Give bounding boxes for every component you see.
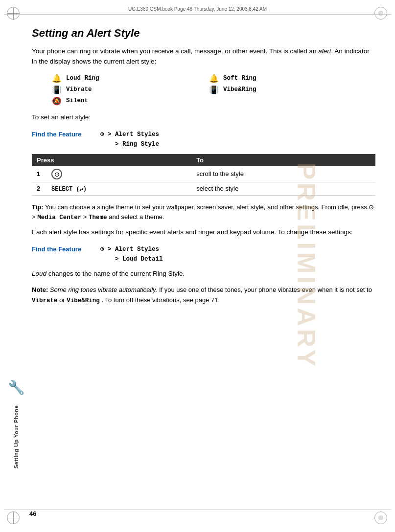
tip-bold-label: Tip: — [32, 203, 44, 211]
note-bold-label: Note: — [32, 286, 48, 293]
tip-text4: and select a theme. — [109, 213, 164, 221]
icon-soft-ring: 🔔 Soft Ring — [209, 74, 356, 83]
each-alert-text: Each alert style has settings for specif… — [32, 228, 353, 236]
loud-ring-label: Loud Ring — [66, 75, 99, 82]
bottom-divider — [4, 510, 391, 510]
note-mono2: Vibe&Ring — [67, 297, 100, 304]
page-number: 46 — [29, 510, 36, 517]
tip-mono1: Media Center — [37, 214, 81, 221]
step-2-key: SELECT (↵) — [46, 182, 191, 195]
note-mono1: Vibrate — [32, 297, 58, 304]
tip-body: You can choose a single theme to set you… — [45, 203, 369, 211]
intro-paragraph: Your phone can ring or vibrate when you … — [32, 46, 375, 67]
to-header: To — [191, 154, 375, 166]
tip-mono2: Theme — [89, 214, 107, 221]
tip-box: Tip: You can choose a single theme to se… — [32, 202, 375, 223]
step-row-2: 2 SELECT (↵) select the style — [32, 182, 375, 195]
step-1-action: scroll to the style — [191, 166, 375, 182]
feature-label-1: Find the Feature — [32, 130, 100, 138]
step-1-num: 1 — [32, 166, 46, 182]
silent-label: Silent — [66, 97, 88, 104]
select-key-label: SELECT (↵) — [51, 186, 87, 193]
feature-row-1: Find the Feature ⊙ > Alert Styles > Ring… — [32, 130, 375, 149]
step-row-1: 1 ⊙ scroll to the style — [32, 166, 375, 182]
note-text: Note: Some ring tones vibrate automatica… — [32, 286, 372, 304]
intro-text: Your phone can ring or vibrate when you … — [32, 47, 370, 65]
find-feature-2: Find the Feature ⊙ > Alert Styles > Loud… — [32, 244, 375, 264]
wrench-icon: 🔧 — [8, 379, 25, 396]
icon-vibe-ring: 📳 Vibe&Ring — [209, 85, 356, 94]
vibe-ring-icon: 📳 — [209, 85, 219, 94]
sidebar-label: Setting Up Your Phone — [13, 405, 19, 468]
corner-decoration-br — [374, 511, 388, 525]
header-text: UG.E380.GSM.book Page 46 Thursday, June … — [128, 6, 267, 12]
note-body: If you use one of these tones, your phon… — [159, 286, 372, 293]
press-header: Press — [32, 154, 191, 166]
tip-menu-symbol: ⊙ — [369, 203, 374, 211]
feature-label-2: Find the Feature — [32, 244, 100, 253]
step-2-action: select the style — [191, 182, 375, 195]
vibe-ring-label: Vibe&Ring — [223, 86, 256, 93]
vibrate-icon: 📳 — [51, 85, 62, 94]
each-alert-paragraph: Each alert style has settings for specif… — [32, 227, 375, 238]
loud-ring-icon: 🔔 — [51, 74, 62, 83]
note-end: . To turn off these vibrations, see page… — [101, 296, 220, 304]
menu-symbol-1: ⊙ — [100, 131, 104, 138]
steps-header: Press To — [32, 154, 375, 166]
step-2-num: 2 — [32, 182, 46, 195]
feature-row-2: Find the Feature ⊙ > Alert Styles > Loud… — [32, 244, 375, 264]
scroll-circle-icon: ⊙ — [51, 169, 62, 179]
set-alert-intro: To set an alert style: — [32, 112, 375, 123]
corner-decoration-bl — [7, 511, 21, 525]
steps-body: 1 ⊙ scroll to the style 2 SELECT (↵) sel… — [32, 166, 375, 196]
feature-value-1: ⊙ > Alert Styles > Ring Style — [100, 130, 159, 149]
feature-line2: > Ring Style — [100, 141, 159, 148]
menu-symbol-2: ⊙ — [100, 246, 104, 253]
page-title: Setting an Alert Style — [32, 27, 375, 40]
alert-icons-grid: 🔔 Loud Ring 🔔 Soft Ring 📳 Vibrate 📳 Vibe… — [51, 74, 356, 106]
note-or: or — [59, 296, 67, 304]
soft-ring-label: Soft Ring — [223, 75, 256, 82]
tip-text: Tip: You can choose a single theme to se… — [32, 203, 374, 221]
icon-vibrate: 📳 Vibrate — [51, 85, 199, 94]
tip-text3: > — [83, 213, 89, 221]
sidebar: 🔧 Setting Up Your Phone — [4, 24, 28, 508]
vibrate-label: Vibrate — [66, 86, 92, 93]
tip-text2: > — [32, 213, 37, 221]
silent-icon: 🔕 — [51, 96, 62, 106]
feature2-line2: > Loud Detail — [100, 256, 163, 263]
soft-ring-icon: 🔔 — [209, 74, 219, 83]
loud-paragraph: Loud changes to the name of the current … — [32, 269, 375, 279]
set-alert-text: To set an alert style: — [32, 113, 91, 121]
find-feature-1: Find the Feature ⊙ > Alert Styles > Ring… — [32, 130, 375, 149]
page-header: UG.E380.GSM.book Page 46 Thursday, June … — [4, 4, 391, 15]
feature2-line1: > Alert Styles — [104, 246, 160, 253]
loud-text: Loud changes to the name of the current … — [32, 270, 185, 277]
note-italic: Some ring tones vibrate automatically. — [50, 286, 157, 293]
feature-line1: > Alert Styles — [104, 131, 160, 138]
icon-loud-ring: 🔔 Loud Ring — [51, 74, 199, 83]
main-content: Setting an Alert Style Your phone can ri… — [32, 22, 375, 508]
note-paragraph: Note: Some ring tones vibrate automatica… — [32, 285, 375, 306]
steps-header-row: Press To — [32, 154, 375, 166]
icon-silent: 🔕 Silent — [51, 96, 199, 106]
step-1-key: ⊙ — [46, 166, 191, 182]
feature-value-2: ⊙ > Alert Styles > Loud Detail — [100, 244, 163, 264]
steps-table: Press To 1 ⊙ scroll to the style 2 SELEC… — [32, 154, 375, 196]
